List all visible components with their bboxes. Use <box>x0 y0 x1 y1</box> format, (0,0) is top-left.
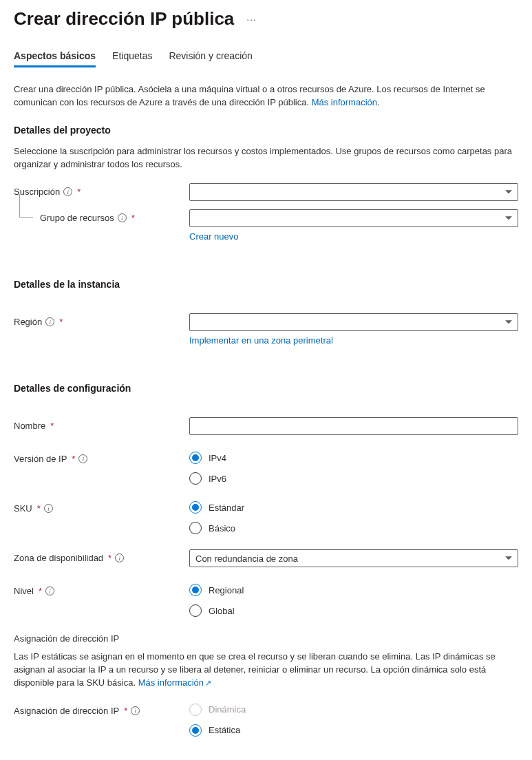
resource-group-label-text: Grupo de recursos <box>40 213 114 223</box>
subscription-label: Suscripción i * <box>14 183 189 197</box>
tier-label: Nivel* i <box>14 582 189 596</box>
radio-icon <box>189 724 202 737</box>
radio-assignment-dynamic-label: Dinámica <box>209 704 246 715</box>
ip-assignment-heading: Asignación de dirección IP <box>14 633 518 644</box>
radio-sku-basic-label: Básico <box>209 523 235 534</box>
tree-connector <box>19 194 33 218</box>
required-star: * <box>50 421 54 431</box>
required-star: * <box>77 187 81 197</box>
required-star: * <box>72 454 75 464</box>
intro-learn-more-link[interactable]: Más información. <box>312 97 380 107</box>
info-icon[interactable]: i <box>115 553 124 562</box>
sku-label-text: SKU <box>14 503 32 514</box>
radio-sku-standard-label: Estándar <box>209 503 244 513</box>
availability-zone-label-text: Zona de disponibilidad <box>14 553 103 563</box>
radio-icon <box>189 704 202 716</box>
radio-ipv4-label: IPv4 <box>209 453 226 463</box>
radio-icon <box>189 604 202 617</box>
intro-text: Crear una dirección IP pública. Asóciela… <box>14 83 518 109</box>
create-new-link[interactable]: Crear nuevo <box>189 231 239 242</box>
info-icon[interactable]: i <box>44 504 53 513</box>
intro-body: Crear una dirección IP pública. Asóciela… <box>14 84 485 107</box>
chevron-down-icon <box>505 191 512 194</box>
info-icon[interactable]: i <box>131 706 140 715</box>
required-star: * <box>37 503 41 514</box>
ip-version-label: Versión de IP * i <box>14 450 189 464</box>
radio-tier-regional-label: Regional <box>209 585 244 595</box>
project-details-title: Detalles del proyecto <box>14 125 518 136</box>
radio-icon <box>189 452 202 464</box>
availability-zone-select[interactable]: Con redundancia de zona <box>189 549 518 567</box>
required-star: * <box>131 213 135 223</box>
resource-group-label: Grupo de recursos i * <box>14 209 189 223</box>
radio-tier-regional[interactable]: Regional <box>189 584 518 596</box>
radio-assignment-static-label: Estática <box>209 725 240 735</box>
tab-tags[interactable]: Etiquetas <box>112 46 152 67</box>
radio-icon <box>189 584 202 596</box>
radio-icon <box>189 472 202 485</box>
tier-label-text: Nivel <box>14 586 34 596</box>
availability-zone-label: Zona de disponibilidad * i <box>14 549 189 563</box>
radio-icon <box>189 501 202 514</box>
radio-ipv6[interactable]: IPv6 <box>189 472 518 485</box>
region-label-text: Región <box>14 317 42 327</box>
tab-review[interactable]: Revisión y creación <box>169 46 252 67</box>
instance-details-title: Detalles de la instancia <box>14 279 518 290</box>
region-select[interactable] <box>189 313 518 331</box>
radio-tier-global-label: Global <box>209 606 235 616</box>
radio-icon <box>189 522 202 534</box>
info-icon[interactable]: i <box>45 587 54 595</box>
ip-version-label-text: Versión de IP <box>14 454 67 464</box>
ip-assignment-desc-text: Las IP estáticas se asignan en el moment… <box>14 651 496 688</box>
info-icon[interactable]: i <box>63 187 72 196</box>
radio-tier-global[interactable]: Global <box>189 604 518 617</box>
name-label-text: Nombre <box>14 421 45 431</box>
radio-assignment-static[interactable]: Estática <box>189 724 518 737</box>
ip-assignment-learn-more-link[interactable]: Más información↗ <box>138 677 211 688</box>
radio-ipv6-label: IPv6 <box>209 474 226 484</box>
required-star: * <box>108 553 111 563</box>
tab-basics[interactable]: Aspectos básicos <box>14 46 96 67</box>
required-star: * <box>124 706 127 716</box>
chevron-down-icon <box>505 321 512 324</box>
resource-group-select[interactable] <box>189 209 518 227</box>
region-label: Región i * <box>14 313 189 327</box>
more-icon[interactable]: ··· <box>246 14 257 25</box>
info-icon[interactable]: i <box>78 454 87 463</box>
chevron-down-icon <box>505 557 512 560</box>
sku-label: SKU* i <box>14 500 189 514</box>
radio-ipv4[interactable]: IPv4 <box>189 452 518 464</box>
subscription-select[interactable] <box>189 183 518 201</box>
info-icon[interactable]: i <box>118 213 127 222</box>
page-title: Crear dirección IP pública <box>14 8 234 30</box>
required-star: * <box>39 586 42 596</box>
radio-assignment-dynamic: Dinámica <box>189 704 518 716</box>
name-input[interactable] <box>189 417 518 435</box>
tabs-bar: Aspectos básicos Etiquetas Revisión y cr… <box>14 46 518 68</box>
name-label: Nombre* <box>14 417 189 431</box>
ip-assignment-desc: Las IP estáticas se asignan en el moment… <box>14 651 518 690</box>
external-link-icon: ↗ <box>205 679 211 687</box>
chevron-down-icon <box>505 217 512 220</box>
config-details-title: Detalles de configuración <box>14 383 518 394</box>
radio-sku-basic[interactable]: Básico <box>189 522 518 534</box>
edge-zone-link[interactable]: Implementar en una zona perimetral <box>189 335 333 346</box>
info-icon[interactable]: i <box>45 317 54 326</box>
ip-assignment-label-text: Asignación de dirección IP <box>14 706 119 716</box>
radio-sku-standard[interactable]: Estándar <box>189 501 518 514</box>
ip-assignment-label: Asignación de dirección IP* i <box>14 702 189 716</box>
required-star: * <box>59 317 63 327</box>
project-details-desc: Seleccione la suscripción para administr… <box>14 145 518 171</box>
availability-zone-value: Con redundancia de zona <box>195 553 298 564</box>
